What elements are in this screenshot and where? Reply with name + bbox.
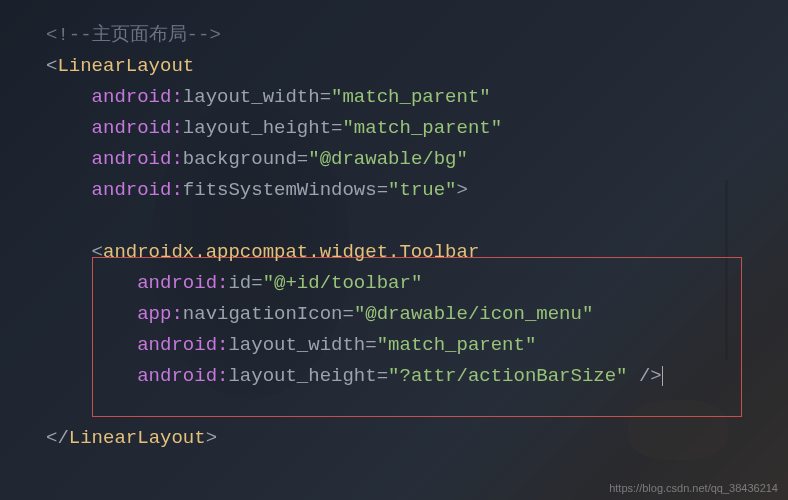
code-line-12: android:layout_height="?attr/actionBarSi…: [46, 361, 788, 392]
code-line-3: android:layout_width="match_parent": [46, 82, 788, 113]
cursor-icon: [662, 366, 663, 386]
code-line-6: android:fitsSystemWindows="true">: [46, 175, 788, 206]
code-line-13-blank: [46, 392, 788, 423]
tag-linearlayout-close: LinearLayout: [69, 427, 206, 449]
code-line-5: android:background="@drawable/bg": [46, 144, 788, 175]
tag-toolbar-open: androidx.appcompat.widget.Toolbar: [103, 241, 479, 263]
code-line-9: android:id="@+id/toolbar": [46, 268, 788, 299]
code-line-2: <LinearLayout: [46, 51, 788, 82]
code-line-14: </LinearLayout>: [46, 423, 788, 454]
code-line-7-blank: [46, 206, 788, 237]
code-line-4: android:layout_height="match_parent": [46, 113, 788, 144]
xml-comment: <!--主页面布局-->: [46, 24, 221, 46]
code-line-1: <!--主页面布局-->: [46, 20, 788, 51]
tag-linearlayout-open: LinearLayout: [57, 55, 194, 77]
code-line-10: app:navigationIcon="@drawable/icon_menu": [46, 299, 788, 330]
code-line-11: android:layout_width="match_parent": [46, 330, 788, 361]
code-block: <!--主页面布局--> <LinearLayout android:layou…: [0, 0, 788, 454]
code-line-8: <androidx.appcompat.widget.Toolbar: [46, 237, 788, 268]
watermark-text: https://blog.csdn.net/qq_38436214: [609, 482, 778, 494]
